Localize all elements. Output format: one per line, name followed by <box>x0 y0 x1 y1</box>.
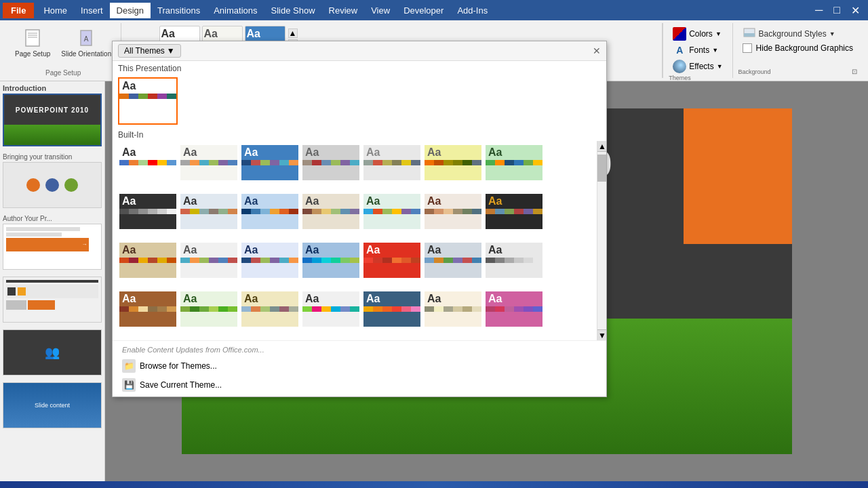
menu-design[interactable]: Design <box>110 3 151 18</box>
theme-aa-5: Aa <box>425 145 481 160</box>
window-close[interactable]: ✕ <box>846 4 865 17</box>
theme-aa-19: Aa <box>425 243 481 258</box>
theme-item-22[interactable]: Aa <box>179 290 239 338</box>
theme-item-23[interactable]: Aa <box>240 290 300 338</box>
theme-bars-2 <box>241 160 298 165</box>
background-expand[interactable]: ⊡ <box>852 68 857 75</box>
hide-bg-row[interactable]: Hide Background Graphics <box>738 42 857 54</box>
theme-aa-1: Aa <box>180 145 237 160</box>
theme-item-4[interactable]: Aa <box>362 144 422 191</box>
save-theme-item[interactable]: 💾 Save Current Theme... <box>118 376 601 394</box>
scrollbar-down[interactable]: ▼ <box>597 329 606 340</box>
theme-item-13[interactable]: Aa <box>484 192 544 240</box>
theme-aa-21: Aa <box>119 291 176 306</box>
menu-animations[interactable]: Animations <box>207 3 264 18</box>
theme-aa-25: Aa <box>363 291 420 306</box>
window-minimize[interactable]: ─ <box>810 4 828 16</box>
colors-dropdown-arrow: ▼ <box>715 30 722 37</box>
colors-button[interactable]: Colors ▼ <box>669 26 726 42</box>
browse-themes-label: Browse for Themes... <box>140 361 217 371</box>
ribbon-background-section: Background Styles ▼ Hide Background Grap… <box>732 23 863 78</box>
theme-item-26[interactable]: Aa <box>423 290 483 338</box>
theme-aa-16: Aa <box>241 243 298 258</box>
theme-bars-6 <box>486 160 542 165</box>
effects-icon <box>673 60 686 73</box>
theme-item-27[interactable]: Aa <box>484 290 544 338</box>
fonts-label: Fonts <box>689 45 709 55</box>
theme-aa-10: Aa <box>302 194 359 209</box>
theme-item-25[interactable]: Aa <box>362 290 422 338</box>
theme-aa-26: Aa <box>425 291 481 306</box>
all-themes-button[interactable]: All Themes ▼ <box>118 44 181 58</box>
slide-thumb-3[interactable]: → <box>3 224 102 270</box>
slide-thumb-6-container: Slide content <box>3 382 102 428</box>
theme-item-20[interactable]: Aa <box>484 241 544 289</box>
theme-item-21[interactable]: Aa <box>118 290 178 338</box>
slide-panel: Introduction POWERPOINT 2010 Bringing yo… <box>0 81 105 481</box>
theme-item-24[interactable]: Aa <box>301 290 361 338</box>
hide-bg-checkbox[interactable] <box>743 43 752 53</box>
theme-aa-18: Aa <box>363 243 420 258</box>
page-setup-button[interactable]: Page Setup <box>11 23 54 60</box>
theme-item-12[interactable]: Aa <box>423 192 483 240</box>
scrollbar-up[interactable]: ▲ <box>597 141 606 152</box>
menu-insert[interactable]: Insert <box>74 3 110 18</box>
theme-aa-24: Aa <box>302 291 359 306</box>
theme-item-8[interactable]: Aa <box>179 192 239 240</box>
theme-bars-7 <box>119 209 176 214</box>
background-label: Background <box>738 68 771 75</box>
page-setup-group-label: Page Setup <box>45 68 81 78</box>
theme-aa-7: Aa <box>119 194 176 209</box>
theme-item-10[interactable]: Aa <box>301 192 361 240</box>
theme-item-current[interactable]: Aa <box>118 77 178 125</box>
theme-aa-15: Aa <box>180 243 237 258</box>
dropdown-scrollbar[interactable]: ▲ ▼ <box>597 141 606 340</box>
dropdown-close-button[interactable]: ✕ <box>593 45 601 56</box>
theme-bars-18 <box>363 258 420 263</box>
theme-item-2[interactable]: Aa <box>240 144 300 191</box>
background-styles-button[interactable]: Background Styles ▼ <box>738 26 857 42</box>
theme-item-6[interactable]: Aa <box>484 144 544 191</box>
themes-subgroup-label: Themes <box>669 75 726 81</box>
theme-item-16[interactable]: Aa <box>240 241 300 289</box>
menu-transitions[interactable]: Transitions <box>151 3 207 18</box>
slide-orientation-button[interactable]: A Slide Orientation <box>57 23 115 60</box>
menu-file[interactable]: File <box>3 3 34 18</box>
browse-themes-item[interactable]: 📁 Browse for Themes... <box>118 357 601 375</box>
themes-scroll-up[interactable]: ▲ <box>288 28 298 38</box>
hide-bg-label: Hide Background Graphics <box>756 43 853 53</box>
theme-preview-16: Aa <box>241 243 298 278</box>
theme-item-19[interactable]: Aa <box>423 241 483 289</box>
save-theme-label: Save Current Theme... <box>140 380 222 390</box>
page-setup-label: Page Setup <box>15 50 50 58</box>
theme-aa-13: Aa <box>486 194 542 209</box>
slide-thumb-4[interactable] <box>3 277 102 323</box>
theme-item-15[interactable]: Aa <box>179 241 239 289</box>
menu-slideshow[interactable]: Slide Show <box>264 3 322 18</box>
theme-preview-6: Aa <box>486 145 542 180</box>
theme-item-14[interactable]: Aa <box>118 241 178 289</box>
theme-bars-22 <box>180 306 237 312</box>
theme-item-1[interactable]: Aa <box>179 144 239 191</box>
scrollbar-thumb[interactable] <box>597 155 606 182</box>
slide-thumb-1[interactable]: POWERPOINT 2010 <box>3 94 102 146</box>
slide-thumb-5[interactable]: 👥 <box>3 329 102 375</box>
theme-item-7[interactable]: Aa <box>118 192 178 240</box>
menu-view[interactable]: View <box>364 3 397 18</box>
slide-thumb-6[interactable]: Slide content <box>3 382 102 428</box>
theme-item-0[interactable]: Aa <box>118 144 178 191</box>
menu-addins[interactable]: Add-Ins <box>450 3 494 18</box>
theme-item-5[interactable]: Aa <box>423 144 483 191</box>
theme-item-18[interactable]: Aa <box>362 241 422 289</box>
menu-review[interactable]: Review <box>322 3 365 18</box>
theme-item-9[interactable]: Aa <box>240 192 300 240</box>
window-maximize[interactable]: □ <box>828 4 846 16</box>
fonts-button[interactable]: A Fonts ▼ <box>669 42 726 58</box>
theme-item-17[interactable]: Aa <box>301 241 361 289</box>
effects-button[interactable]: Effects ▼ <box>669 58 726 75</box>
menu-developer[interactable]: Developer <box>397 3 450 18</box>
theme-item-11[interactable]: Aa <box>362 192 422 240</box>
theme-item-3[interactable]: Aa <box>301 144 361 191</box>
slide-thumb-2[interactable] <box>3 162 102 208</box>
menu-home[interactable]: Home <box>37 3 74 18</box>
